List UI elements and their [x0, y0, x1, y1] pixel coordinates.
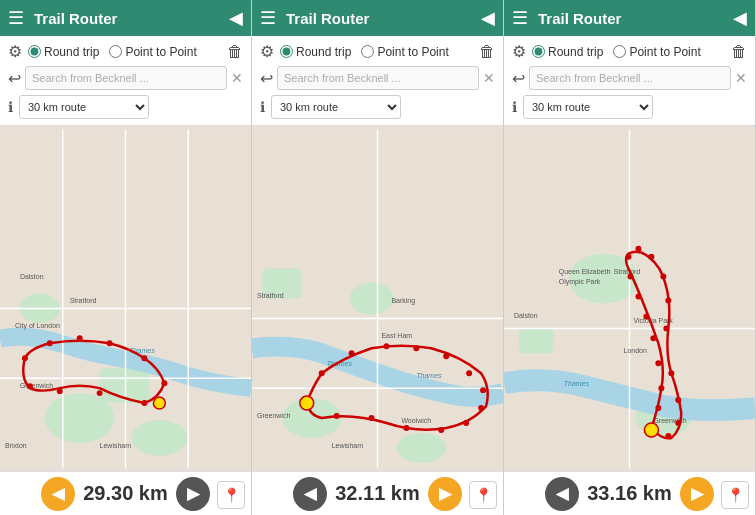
route-select-2[interactable]: 30 km route 20 km route 40 km route	[271, 95, 401, 119]
collapse-arrow-2[interactable]: ◀	[481, 7, 495, 29]
panel-3: ☰ Trail Router ◀ ⚙ Round trip Point to P…	[504, 0, 756, 515]
info-icon-1[interactable]: ℹ	[8, 99, 13, 115]
point-to-point-label-2[interactable]: Point to Point	[361, 45, 448, 59]
search-input-3[interactable]	[529, 66, 731, 90]
svg-point-47	[463, 420, 469, 426]
location-button-3[interactable]: 📍	[721, 481, 749, 509]
clear-icon-2[interactable]: ✕	[483, 70, 495, 86]
svg-point-82	[665, 433, 671, 439]
controls-row2-1: ↩ ✕	[8, 66, 243, 90]
controls-3: ⚙ Round trip Point to Point 🗑 ↩ ✕ ℹ	[504, 36, 755, 126]
round-trip-radio-2[interactable]	[280, 45, 293, 58]
point-to-point-radio-3[interactable]	[613, 45, 626, 58]
menu-icon-3[interactable]: ☰	[512, 7, 528, 29]
svg-text:Dalston: Dalston	[20, 273, 44, 280]
undo-icon-2[interactable]: ↩	[260, 69, 273, 88]
svg-point-66	[655, 405, 661, 411]
svg-point-26	[396, 433, 446, 463]
undo-icon-1[interactable]: ↩	[8, 69, 21, 88]
header-1: ☰ Trail Router ◀	[0, 0, 251, 36]
next-button-2[interactable]: ▶	[428, 477, 462, 511]
svg-text:City of London: City of London	[15, 322, 60, 330]
svg-point-40	[349, 350, 355, 356]
svg-point-23	[153, 397, 165, 409]
svg-point-83	[644, 423, 658, 437]
collapse-arrow-3[interactable]: ◀	[733, 7, 747, 29]
clear-icon-1[interactable]: ✕	[231, 70, 243, 86]
round-trip-label-2[interactable]: Round trip	[280, 45, 351, 59]
bottom-bar-1: ◀ 29.30 km ▶ 📍	[0, 471, 251, 515]
route-select-1[interactable]: 30 km route 20 km route 40 km route	[19, 95, 149, 119]
round-trip-radio-3[interactable]	[532, 45, 545, 58]
delete-icon-1[interactable]: 🗑	[227, 43, 243, 61]
prev-button-3[interactable]: ◀	[545, 477, 579, 511]
menu-icon-1[interactable]: ☰	[8, 7, 24, 29]
svg-point-80	[675, 397, 681, 403]
clear-icon-3[interactable]: ✕	[735, 70, 747, 86]
point-to-point-label-3[interactable]: Point to Point	[613, 45, 700, 59]
settings-icon-2[interactable]: ⚙	[260, 42, 274, 61]
settings-icon-1[interactable]: ⚙	[8, 42, 22, 61]
menu-icon-2[interactable]: ☰	[260, 7, 276, 29]
svg-text:Victoria Park: Victoria Park	[633, 317, 673, 324]
svg-text:Olympic Park: Olympic Park	[559, 278, 601, 286]
search-input-2[interactable]	[277, 66, 479, 90]
radio-group-1: Round trip Point to Point	[28, 45, 221, 59]
map-area-1: City of London Stratford Greenwich Dalst…	[0, 126, 251, 471]
delete-icon-3[interactable]: 🗑	[731, 43, 747, 61]
collapse-arrow-1[interactable]: ◀	[229, 7, 243, 29]
settings-icon-3[interactable]: ⚙	[512, 42, 526, 61]
svg-point-13	[22, 355, 28, 361]
svg-point-68	[655, 360, 661, 366]
svg-point-21	[57, 388, 63, 394]
undo-icon-3[interactable]: ↩	[512, 69, 525, 88]
round-trip-radio-1[interactable]	[28, 45, 41, 58]
svg-point-70	[643, 313, 649, 319]
svg-point-79	[668, 370, 674, 376]
svg-text:Lewisham: Lewisham	[100, 442, 132, 449]
app-title-2: Trail Router	[286, 10, 481, 27]
svg-point-69	[650, 335, 656, 341]
svg-point-41	[383, 343, 389, 349]
distance-1: 29.30 km	[83, 482, 168, 505]
info-icon-3[interactable]: ℹ	[512, 99, 517, 115]
point-to-point-label-1[interactable]: Point to Point	[109, 45, 196, 59]
svg-point-43	[443, 353, 449, 359]
svg-point-18	[161, 380, 167, 386]
delete-icon-2[interactable]: 🗑	[479, 43, 495, 61]
prev-button-1[interactable]: ◀	[41, 477, 75, 511]
map-area-2: Stratford Barking East Ham Greenwich Woo…	[252, 126, 503, 471]
svg-point-81	[675, 420, 681, 426]
svg-point-16	[107, 340, 113, 346]
info-icon-2[interactable]: ℹ	[260, 99, 265, 115]
svg-text:London: London	[624, 347, 647, 354]
controls-row1-3: ⚙ Round trip Point to Point 🗑	[512, 42, 747, 61]
point-to-point-radio-1[interactable]	[109, 45, 122, 58]
round-trip-label-3[interactable]: Round trip	[532, 45, 603, 59]
svg-text:Thames: Thames	[416, 372, 442, 379]
svg-point-42	[413, 345, 419, 351]
search-input-1[interactable]	[25, 66, 227, 90]
svg-point-28	[350, 283, 394, 315]
prev-button-2[interactable]: ◀	[293, 477, 327, 511]
point-to-point-radio-2[interactable]	[361, 45, 374, 58]
round-trip-label-1[interactable]: Round trip	[28, 45, 99, 59]
svg-text:Brixton: Brixton	[5, 442, 27, 449]
location-button-1[interactable]: 📍	[217, 481, 245, 509]
svg-point-51	[334, 413, 340, 419]
next-button-1[interactable]: ▶	[176, 477, 210, 511]
svg-point-67	[658, 385, 664, 391]
svg-point-45	[480, 387, 486, 393]
route-select-3[interactable]: 30 km route 20 km route 40 km route	[523, 95, 653, 119]
svg-point-49	[403, 425, 409, 431]
svg-point-77	[665, 298, 671, 304]
bottom-bar-3: ◀ 33.16 km ▶ 📍	[504, 471, 755, 515]
bottom-bar-2: ◀ 32.11 km ▶ 📍	[252, 471, 503, 515]
controls-2: ⚙ Round trip Point to Point 🗑 ↩ ✕ ℹ	[252, 36, 503, 126]
svg-text:Greenwich: Greenwich	[257, 412, 290, 419]
location-button-2[interactable]: 📍	[469, 481, 497, 509]
svg-point-39	[319, 370, 325, 376]
svg-text:Barking: Barking	[391, 297, 415, 305]
next-button-3[interactable]: ▶	[680, 477, 714, 511]
svg-point-19	[141, 400, 147, 406]
